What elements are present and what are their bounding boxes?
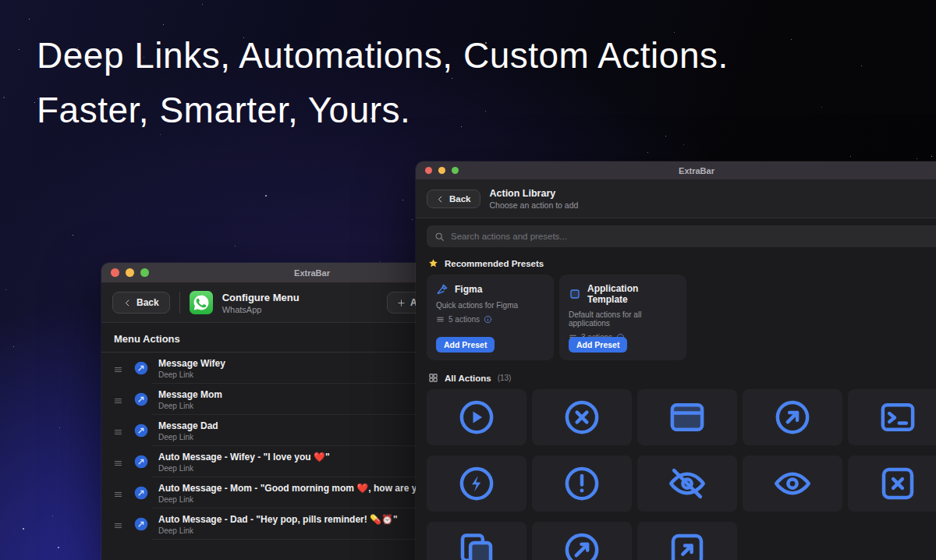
action-card[interactable]: Open in Terminal Opens the folder in Ter…	[848, 389, 936, 445]
drag-handle-icon[interactable]	[112, 488, 124, 498]
action-title: Hide	[646, 510, 729, 512]
search-field[interactable]	[427, 225, 936, 247]
hero-line-2: Faster, Smarter, Yours.	[37, 90, 410, 130]
action-card[interactable]: Quit Quits the running application	[532, 389, 632, 445]
back-button[interactable]: Back	[112, 292, 170, 314]
preset-title: Application Template	[587, 283, 677, 305]
library-titlebar: ExtraBar	[416, 161, 936, 180]
preset-card[interactable]: Application Template Default actions for…	[559, 275, 686, 360]
link-badge-icon	[133, 392, 149, 407]
add-preset-button[interactable]: Add Preset	[436, 337, 495, 353]
action-card[interactable]: Close All Windows Closes all windows but…	[848, 455, 936, 512]
menu-action-title: Message Mom	[158, 389, 222, 400]
menu-action-type: Deep Link	[158, 495, 438, 504]
menu-action-type: Deep Link	[158, 526, 398, 535]
link-badge-icon	[133, 485, 149, 501]
eye-icon	[751, 463, 834, 505]
hero-line-1: Deep Links, Automations, Custom Actions.	[37, 35, 729, 76]
link-badge-icon	[133, 423, 149, 438]
action-card[interactable]: Show Shows the hidden application	[743, 455, 842, 512]
plus-icon	[397, 299, 406, 307]
presets-row: Figma Quick actions for Figma 5 actions …	[416, 275, 936, 360]
back-button[interactable]: Back	[427, 190, 480, 208]
page-title: Action Library	[490, 188, 579, 199]
page: Deep Links, Automations, Custom Actions.…	[0, 0, 936, 560]
action-card[interactable]: Deep Link Opens a deep link URL in the	[532, 522, 632, 560]
section-title: Recommended Presets	[445, 259, 544, 268]
back-label: Back	[136, 297, 159, 308]
box-arrow-icon	[646, 529, 729, 560]
menu-action-type: Deep Link	[158, 402, 222, 410]
search-section	[416, 218, 936, 253]
hero-heading: Deep Links, Automations, Custom Actions.…	[37, 28, 729, 137]
play-circle-icon	[435, 396, 518, 438]
bolt-circle-icon	[435, 463, 518, 505]
chevron-left-icon	[436, 195, 445, 204]
preset-actions-count: 5 actions	[448, 315, 480, 324]
menu-action-title: Auto Message - Mom - "Good morning mom ❤…	[158, 483, 438, 494]
action-title: Show in Finder	[646, 444, 729, 445]
header-text: Action Library Choose an action to add	[490, 188, 579, 210]
x-square-icon	[856, 463, 936, 505]
add-preset-button[interactable]: Add Preset	[569, 337, 627, 353]
action-title: Show	[751, 510, 834, 512]
back-label: Back	[449, 194, 471, 204]
preset-description: Default actions for all applications	[569, 310, 677, 328]
menu-action-title: Message Wifey	[158, 358, 225, 369]
terminal-icon	[856, 396, 936, 438]
action-title: Quit	[541, 444, 623, 445]
drag-handle-icon[interactable]	[112, 457, 124, 466]
page-subtitle: WhatsApp	[222, 305, 300, 314]
action-card[interactable]: Open Opens the application or folder	[427, 389, 526, 445]
header-divider	[179, 292, 180, 314]
preset-title: Figma	[455, 284, 482, 295]
menu-action-type: Deep Link	[158, 370, 225, 379]
action-card[interactable]: Copy Path Copies the file path	[427, 522, 526, 560]
menu-action-type: Deep Link	[158, 433, 218, 441]
drag-handle-icon[interactable]	[112, 426, 124, 435]
menu-action-type: Deep Link	[158, 464, 330, 473]
section-title: All Actions	[445, 374, 491, 383]
action-title: Open With...	[751, 444, 834, 445]
page-title: Configure Menu	[222, 292, 300, 303]
preset-card[interactable]: Figma Quick actions for Figma 5 actions …	[427, 275, 554, 360]
chevron-left-icon	[123, 299, 132, 307]
window-title: ExtraBar	[416, 166, 936, 175]
menu-action-title: Message Dad	[158, 420, 218, 431]
drag-handle-icon[interactable]	[112, 519, 124, 529]
action-card[interactable]: Run Shortcut Runs a macOS Shortcut	[427, 455, 526, 512]
link-badge-icon	[133, 454, 149, 470]
figma-icon	[436, 283, 448, 296]
drag-handle-icon[interactable]	[112, 363, 124, 373]
action-library-window: ExtraBar Back Action Library Choose an a…	[416, 161, 936, 560]
search-input[interactable]	[451, 232, 936, 241]
page-subtitle: Choose an action to add	[490, 200, 579, 210]
actions-grid: Open Opens the application or folder Qui…	[416, 389, 936, 560]
action-card[interactable]: Open with Opens a specific folder or fil…	[637, 522, 737, 560]
info-icon[interactable]	[484, 315, 492, 324]
action-card[interactable]: Force Quit Force quits the application	[532, 455, 632, 512]
menu-action-title: Auto Message - Dad - "Hey pop, pills rem…	[158, 514, 398, 525]
action-card[interactable]: Open With... Opens with a specific appli…	[743, 389, 842, 445]
action-title: Run Shortcut	[435, 510, 518, 512]
eye-slash-icon	[646, 463, 729, 505]
app-template-icon	[569, 288, 581, 300]
list-icon	[436, 315, 445, 324]
star-icon	[428, 258, 438, 268]
grid-icon	[428, 373, 438, 383]
arrow-circle-icon	[751, 396, 834, 438]
action-card[interactable]: Hide Hides the application	[637, 455, 737, 512]
recommended-presets-header: Recommended Presets	[428, 258, 936, 268]
link-circle-icon	[541, 529, 623, 560]
exclamation-circle-icon	[541, 463, 623, 505]
copy-icon	[435, 529, 518, 560]
menu-action-title: Auto Message - Wifey - "I love you ❤️"	[158, 452, 330, 463]
drag-handle-icon[interactable]	[112, 395, 124, 404]
action-title: Force Quit	[541, 510, 623, 512]
search-icon	[434, 232, 445, 242]
action-title: Open	[435, 444, 518, 445]
finder-window-icon	[646, 396, 729, 438]
actions-count-badge: (13)	[498, 374, 512, 382]
x-circle-icon	[541, 396, 623, 438]
action-card[interactable]: Show in Finder Reveals the item in Finde…	[637, 389, 737, 445]
